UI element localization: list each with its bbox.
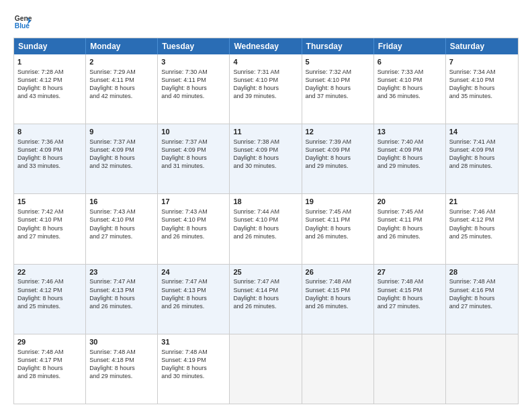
day-number: 11	[233, 127, 298, 137]
calendar-cell: 19Sunrise: 7:45 AMSunset: 4:11 PMDayligh…	[302, 194, 374, 263]
cell-line: Daylight: 8 hours	[306, 154, 370, 162]
cell-line: and 27 minutes.	[89, 232, 154, 240]
calendar-row: 22Sunrise: 7:46 AMSunset: 4:12 PMDayligh…	[14, 264, 518, 334]
calendar-row: 1Sunrise: 7:28 AMSunset: 4:12 PMDaylight…	[14, 54, 518, 124]
cell-line: Sunrise: 7:45 AM	[378, 208, 442, 216]
cell-line: Sunrise: 7:36 AM	[17, 138, 82, 146]
day-number: 18	[233, 197, 298, 207]
calendar-cell: 16Sunrise: 7:43 AMSunset: 4:10 PMDayligh…	[86, 194, 158, 263]
cell-line: Sunrise: 7:37 AM	[89, 138, 154, 146]
cell-line: Daylight: 8 hours	[161, 294, 226, 302]
day-number: 2	[89, 57, 154, 67]
cell-line: and 26 minutes.	[161, 232, 226, 240]
cell-line: and 28 minutes.	[449, 162, 515, 170]
cell-line: and 29 minutes.	[89, 372, 154, 380]
cell-line: Sunset: 4:11 PM	[161, 76, 226, 84]
cell-line: Sunrise: 7:40 AM	[378, 138, 442, 146]
cell-line: Daylight: 8 hours	[17, 154, 82, 162]
cell-line: Daylight: 8 hours	[449, 224, 515, 232]
cell-line: Sunset: 4:09 PM	[233, 146, 298, 154]
cell-line: Sunrise: 7:32 AM	[306, 68, 370, 76]
day-number: 27	[378, 267, 442, 277]
calendar-cell: 11Sunrise: 7:38 AMSunset: 4:09 PMDayligh…	[230, 124, 302, 193]
calendar-cell: 20Sunrise: 7:45 AMSunset: 4:11 PMDayligh…	[374, 194, 446, 263]
cell-line: and 26 minutes.	[306, 232, 370, 240]
cell-line: Sunset: 4:11 PM	[89, 76, 154, 84]
cell-line: and 25 minutes.	[17, 302, 82, 310]
day-number: 26	[306, 267, 370, 277]
cell-line: Daylight: 8 hours	[233, 84, 298, 92]
cell-line: Sunset: 4:09 PM	[89, 146, 154, 154]
cell-line: Sunrise: 7:30 AM	[161, 68, 226, 76]
calendar-cell: 22Sunrise: 7:46 AMSunset: 4:12 PMDayligh…	[14, 265, 86, 334]
day-number: 6	[378, 57, 442, 67]
day-of-week-header: Sunday	[14, 38, 86, 54]
cell-line: and 26 minutes.	[306, 302, 370, 310]
empty-cell	[302, 334, 374, 404]
cell-line: Daylight: 8 hours	[378, 294, 442, 302]
day-number: 16	[89, 197, 154, 207]
cell-line: Sunset: 4:11 PM	[378, 216, 442, 224]
calendar-cell: 30Sunrise: 7:48 AMSunset: 4:18 PMDayligh…	[86, 334, 158, 404]
cell-line: Daylight: 8 hours	[378, 154, 442, 162]
day-number: 1	[17, 57, 82, 67]
cell-line: Sunrise: 7:48 AM	[306, 277, 370, 285]
calendar-cell: 6Sunrise: 7:33 AMSunset: 4:10 PMDaylight…	[374, 54, 446, 124]
cell-line: and 36 minutes.	[378, 92, 442, 100]
cell-line: Daylight: 8 hours	[233, 224, 298, 232]
cell-line: Sunset: 4:13 PM	[89, 286, 154, 294]
cell-line: Sunset: 4:09 PM	[378, 146, 442, 154]
calendar-cell: 24Sunrise: 7:47 AMSunset: 4:13 PMDayligh…	[158, 265, 230, 334]
cell-line: Sunrise: 7:47 AM	[161, 277, 226, 285]
day-number: 12	[306, 127, 370, 137]
cell-line: Sunrise: 7:46 AM	[449, 208, 515, 216]
day-number: 13	[378, 127, 442, 137]
cell-line: Sunrise: 7:48 AM	[378, 277, 442, 285]
cell-line: Daylight: 8 hours	[449, 84, 515, 92]
cell-line: and 31 minutes.	[161, 162, 226, 170]
logo: General Blue	[13, 12, 32, 31]
svg-text:Blue: Blue	[15, 22, 30, 30]
cell-line: and 30 minutes.	[233, 162, 298, 170]
page: General Blue SundayMondayTuesdayWednesda…	[0, 0, 532, 411]
calendar-body: 1Sunrise: 7:28 AMSunset: 4:12 PMDaylight…	[14, 54, 518, 404]
cell-line: Daylight: 8 hours	[17, 294, 82, 302]
cell-line: Daylight: 8 hours	[306, 224, 370, 232]
logo-icon: General Blue	[13, 12, 32, 31]
cell-line: and 29 minutes.	[306, 162, 370, 170]
day-number: 22	[17, 267, 82, 277]
calendar-cell: 27Sunrise: 7:48 AMSunset: 4:15 PMDayligh…	[374, 265, 446, 334]
cell-line: and 29 minutes.	[378, 162, 442, 170]
cell-line: Daylight: 8 hours	[449, 294, 515, 302]
cell-line: Sunset: 4:09 PM	[161, 146, 226, 154]
cell-line: Sunset: 4:11 PM	[306, 216, 370, 224]
day-of-week-header: Monday	[86, 38, 158, 54]
cell-line: and 39 minutes.	[233, 92, 298, 100]
cell-line: and 27 minutes.	[378, 302, 442, 310]
cell-line: Daylight: 8 hours	[233, 154, 298, 162]
cell-line: Sunset: 4:09 PM	[306, 146, 370, 154]
calendar-cell: 10Sunrise: 7:37 AMSunset: 4:09 PMDayligh…	[158, 124, 230, 193]
cell-line: Sunrise: 7:45 AM	[306, 208, 370, 216]
day-number: 10	[161, 127, 226, 137]
cell-line: Daylight: 8 hours	[17, 364, 82, 372]
cell-line: Daylight: 8 hours	[233, 294, 298, 302]
cell-line: Sunrise: 7:43 AM	[161, 208, 226, 216]
day-number: 3	[161, 57, 226, 67]
cell-line: and 28 minutes.	[17, 372, 82, 380]
empty-cell	[230, 334, 302, 404]
calendar-cell: 18Sunrise: 7:44 AMSunset: 4:10 PMDayligh…	[230, 194, 302, 263]
cell-line: and 43 minutes.	[17, 92, 82, 100]
cell-line: Sunrise: 7:43 AM	[89, 208, 154, 216]
day-number: 31	[161, 337, 226, 347]
calendar-row: 15Sunrise: 7:42 AMSunset: 4:10 PMDayligh…	[14, 193, 518, 263]
calendar-cell: 3Sunrise: 7:30 AMSunset: 4:11 PMDaylight…	[158, 54, 230, 124]
day-number: 14	[449, 127, 515, 137]
cell-line: and 32 minutes.	[89, 162, 154, 170]
cell-line: Sunrise: 7:48 AM	[161, 348, 226, 356]
cell-line: Sunset: 4:10 PM	[233, 216, 298, 224]
day-number: 20	[378, 197, 442, 207]
cell-line: Sunrise: 7:34 AM	[449, 68, 515, 76]
cell-line: and 27 minutes.	[17, 232, 82, 240]
calendar-cell: 7Sunrise: 7:34 AMSunset: 4:10 PMDaylight…	[446, 54, 518, 124]
